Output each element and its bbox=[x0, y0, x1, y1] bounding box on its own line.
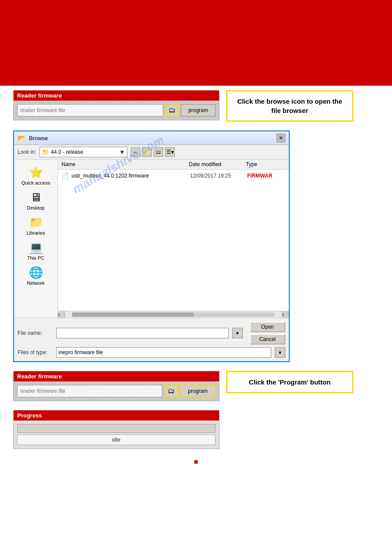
quickaccess-icon: ⭐ bbox=[29, 166, 43, 179]
horizontal-scrollbar[interactable]: ‹ › bbox=[58, 311, 289, 318]
program-callout-box: Click the 'Program' button bbox=[226, 371, 353, 393]
scrollbar-track bbox=[72, 312, 275, 317]
filetype-input[interactable] bbox=[56, 347, 271, 358]
firmware-file-input-1[interactable] bbox=[17, 104, 163, 116]
scroll-left-btn[interactable]: ‹ bbox=[58, 311, 65, 318]
browse-button-1[interactable]: 🗂 bbox=[165, 104, 179, 116]
sidebar-item-quickaccess[interactable]: ⭐ Quick access bbox=[16, 164, 56, 187]
dialog-close-button[interactable]: ✕ bbox=[277, 134, 285, 142]
col-type-header[interactable]: Type bbox=[242, 160, 289, 168]
file-list: 📄 usb_multiiso_44.0.1202.firmware 12/09/… bbox=[58, 170, 289, 311]
firmware-panel-title-1: Reader firmware bbox=[14, 91, 219, 101]
browse-icon-2: 🗂 bbox=[168, 387, 175, 395]
sidebar-item-thispc[interactable]: 💻 This PC bbox=[16, 239, 56, 262]
browse-dialog: manualshive.com 📂 Browse ✕ Look in: 📁 44… bbox=[13, 131, 290, 362]
file-list-header: Name Date modified Type bbox=[58, 160, 289, 170]
progress-status: idle bbox=[17, 435, 216, 445]
progress-panel: Progress idle bbox=[13, 410, 219, 449]
section-firmware-program: Reader firmware 🗂 program Click the 'Pro… bbox=[13, 371, 379, 401]
firmware-panel-1: Reader firmware 🗂 program bbox=[13, 90, 219, 120]
dialog-titlebar: 📂 Browse ✕ bbox=[14, 131, 289, 145]
table-row[interactable]: 📄 usb_multiiso_44.0.1202.firmware 12/09/… bbox=[58, 171, 289, 180]
file-icon: 📄 bbox=[61, 172, 69, 179]
libraries-icon: 📁 bbox=[29, 216, 43, 229]
progress-panel-title: Progress bbox=[14, 410, 219, 421]
lookin-value: 44.0 - release bbox=[51, 149, 83, 155]
up-folder-button[interactable]: 🗂 bbox=[154, 147, 163, 157]
dialog-title: 📂 Browse bbox=[18, 134, 48, 142]
scrollbar-thumb[interactable] bbox=[72, 312, 194, 317]
sidebar-item-libraries[interactable]: 📁 Libraries bbox=[16, 214, 56, 237]
network-icon: 🌐 bbox=[29, 266, 43, 279]
browse-button-2[interactable]: 🗂 bbox=[164, 385, 178, 397]
progress-bar-outer bbox=[17, 424, 216, 433]
lookin-label: Look in: bbox=[18, 149, 36, 155]
firmware-panel-title-2: Reader firmware bbox=[14, 371, 219, 381]
firmware-panel-2: Reader firmware 🗂 program bbox=[13, 371, 219, 401]
firmware-panel-body-1: 🗂 program bbox=[14, 101, 219, 120]
filename-dropdown[interactable]: ▼ bbox=[232, 328, 243, 338]
network-label: Network bbox=[27, 280, 44, 286]
file-date: 12/09/2017 19:25 bbox=[190, 173, 247, 179]
filetype-dropdown[interactable]: ▼ bbox=[275, 347, 285, 358]
red-banner bbox=[0, 0, 392, 86]
browse-icon-1: 🗂 bbox=[169, 106, 176, 114]
dialog-body: ⭐ Quick access 🖥 Desktop 📁 Libraries 💻 T… bbox=[14, 160, 289, 318]
view-menu-button[interactable]: ☰▾ bbox=[165, 147, 175, 157]
program-button-1[interactable]: program bbox=[181, 104, 216, 116]
thispc-label: This PC bbox=[27, 255, 44, 261]
sidebar-item-network[interactable]: 🌐 Network bbox=[16, 264, 56, 287]
file-type: FIRMWAR bbox=[247, 173, 272, 179]
lookin-select[interactable]: 📁 44.0 - release ▼ bbox=[40, 147, 127, 157]
scroll-right-btn[interactable]: › bbox=[282, 311, 289, 318]
filename-row: File name: ▼ Open Cancel bbox=[18, 322, 285, 345]
firmware-file-input-2[interactable] bbox=[17, 385, 162, 397]
dialog-title-text: Browse bbox=[29, 135, 48, 141]
dialog-title-icon: 📂 bbox=[18, 134, 26, 142]
section-firmware-browse: Reader firmware 🗂 program Click the brow… bbox=[13, 90, 379, 122]
bullet-point: ■ bbox=[0, 458, 392, 466]
progress-panel-body: idle bbox=[14, 421, 219, 449]
filetype-row: Files of type: ▼ bbox=[18, 347, 285, 358]
filename-input[interactable] bbox=[56, 328, 229, 338]
open-button[interactable]: Open bbox=[250, 322, 285, 332]
browse-callout-text: Click the browse icon to open the file b… bbox=[237, 98, 342, 114]
toolbar-icons: ← 📁 🗂 ☰▾ bbox=[131, 147, 175, 157]
col-name-header[interactable]: Name bbox=[58, 160, 185, 168]
filename-label: File name: bbox=[18, 330, 53, 336]
cancel-button[interactable]: Cancel bbox=[250, 334, 285, 345]
sidebar-item-desktop[interactable]: 🖥 Desktop bbox=[16, 189, 56, 212]
browse-callout-box: Click the browse icon to open the file b… bbox=[226, 90, 353, 122]
lookin-dropdown-arrow[interactable]: ▼ bbox=[119, 149, 125, 156]
desktop-icon: 🖥 bbox=[30, 191, 42, 204]
dialog-main: Name Date modified Type 📄 usb_multiiso_4… bbox=[58, 160, 289, 318]
dialog-toolbar: Look in: 📁 44.0 - release ▼ ← 📁 🗂 ☰▾ bbox=[14, 145, 289, 160]
dialog-buttons: Open Cancel bbox=[250, 322, 285, 345]
quickaccess-label: Quick access bbox=[22, 180, 50, 185]
program-callout-text: Click the 'Program' button bbox=[249, 378, 331, 386]
new-folder-button[interactable]: 📁 bbox=[142, 147, 152, 157]
filetype-label: Files of type: bbox=[18, 349, 53, 355]
libraries-label: Libraries bbox=[26, 230, 45, 236]
lookin-folder-icon: 📁 bbox=[42, 149, 49, 156]
firmware-panel-body-2: 🗂 program bbox=[14, 381, 219, 401]
desktop-label: Desktop bbox=[27, 205, 44, 210]
program-button-2[interactable]: program bbox=[180, 385, 216, 397]
col-date-header[interactable]: Date modified bbox=[185, 160, 242, 168]
dialog-sidebar: ⭐ Quick access 🖥 Desktop 📁 Libraries 💻 T… bbox=[14, 160, 58, 318]
thispc-icon: 💻 bbox=[29, 241, 43, 254]
dialog-footer: File name: ▼ Open Cancel Files of type: … bbox=[14, 318, 289, 361]
back-button[interactable]: ← bbox=[131, 147, 140, 157]
file-name: usb_multiiso_44.0.1202.firmware bbox=[72, 173, 190, 179]
progress-bar-inner bbox=[18, 424, 215, 432]
